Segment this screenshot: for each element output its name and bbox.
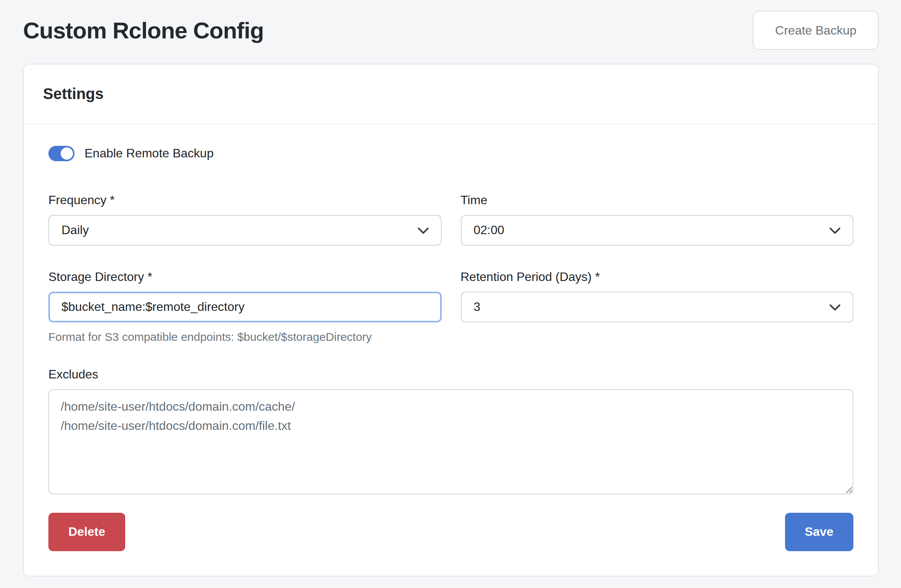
storage-directory-label: Storage Directory * xyxy=(48,270,441,284)
frequency-select[interactable]: Daily xyxy=(48,215,441,246)
create-backup-button[interactable]: Create Backup xyxy=(753,11,879,50)
delete-button[interactable]: Delete xyxy=(48,513,125,551)
settings-card-body: Enable Remote Backup Frequency * Daily T… xyxy=(24,124,878,576)
excludes-textarea[interactable]: /home/site-user/htdocs/domain.com/cache/… xyxy=(48,389,853,494)
storage-directory-input[interactable] xyxy=(48,292,441,322)
chevron-down-icon xyxy=(830,227,840,234)
frequency-label: Frequency * xyxy=(48,193,441,207)
excludes-label: Excludes xyxy=(48,368,853,382)
save-button[interactable]: Save xyxy=(785,513,853,551)
retention-period-select[interactable]: 3 xyxy=(460,292,853,322)
storage-retention-row: Storage Directory * Format for S3 compat… xyxy=(48,270,853,343)
settings-card-header: Settings xyxy=(24,64,878,124)
storage-directory-help: Format for S3 compatible endpoints: $buc… xyxy=(48,330,441,343)
time-label: Time xyxy=(460,193,853,207)
toggle-knob-icon xyxy=(61,147,73,160)
topbar: Custom Rclone Config Create Backup xyxy=(0,0,901,64)
chevron-down-icon xyxy=(417,227,428,234)
retention-selected-value: 3 xyxy=(474,300,480,314)
frequency-time-row: Frequency * Daily Time 02:00 xyxy=(48,193,853,246)
time-field: Time 02:00 xyxy=(460,193,853,246)
retention-period-field: Retention Period (Days) * 3 xyxy=(460,270,853,343)
settings-card: Settings Enable Remote Backup Frequency … xyxy=(23,64,879,576)
frequency-field: Frequency * Daily xyxy=(48,193,441,246)
retention-period-label: Retention Period (Days) * xyxy=(460,270,853,284)
time-select[interactable]: 02:00 xyxy=(460,215,853,246)
time-selected-value: 02:00 xyxy=(474,223,504,237)
enable-remote-backup-row: Enable Remote Backup xyxy=(48,146,853,161)
storage-directory-field: Storage Directory * Format for S3 compat… xyxy=(48,270,441,343)
actions-row: Delete Save xyxy=(48,513,853,551)
frequency-selected-value: Daily xyxy=(61,223,89,237)
page-title: Custom Rclone Config xyxy=(23,17,264,43)
enable-remote-backup-toggle[interactable] xyxy=(48,146,75,161)
enable-remote-backup-label: Enable Remote Backup xyxy=(84,147,214,160)
excludes-field: Excludes /home/site-user/htdocs/domain.c… xyxy=(48,368,853,494)
settings-card-title: Settings xyxy=(43,85,104,103)
rclone-config-page: Custom Rclone Config Create Backup Setti… xyxy=(0,0,901,588)
chevron-down-icon xyxy=(830,304,840,311)
